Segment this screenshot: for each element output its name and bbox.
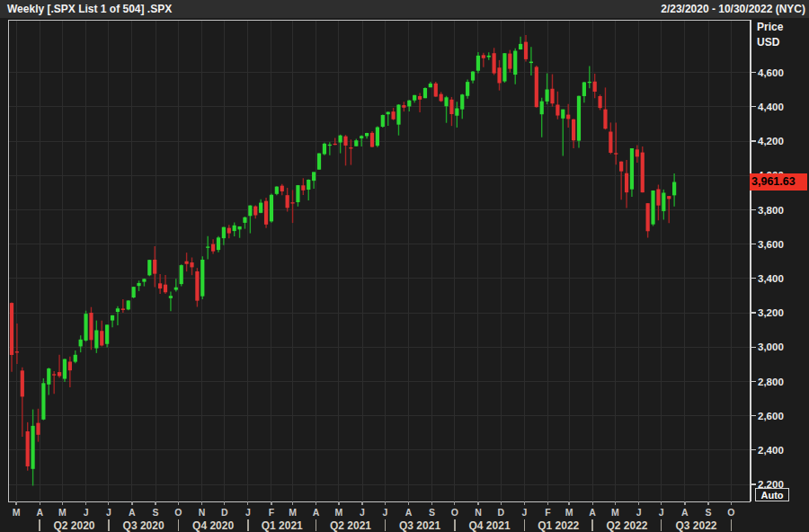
quarter-label: Q4 2021 [469,519,511,532]
price-tick-label: 3,000 [758,341,784,352]
candles [10,35,676,486]
price-tick-label: 4,600 [758,67,784,78]
month-tick-label: N [199,507,206,518]
quarter-label: Q1 2021 [262,519,303,532]
month-tick-label: J [360,507,365,518]
month-tick-label: J [106,507,111,518]
price-axis-unit: USD [757,36,807,49]
month-tick-label: J [659,507,664,518]
last-price-flag: 3,961.63 [750,173,807,191]
month-tick-label: D [221,507,228,518]
chart-window: Weekly [.SPX List 1 of 504] .SPX 2/23/20… [0,0,809,532]
price-tick-label: 2,600 [758,411,784,421]
month-tick-label: M [611,507,619,518]
month-tick-label: J [521,507,527,518]
month-tick-label: J [84,507,89,518]
month-tick-label: J [245,507,251,518]
month-tick-label: A [589,507,596,518]
price-tick-label: 4,400 [758,102,784,112]
month-tick-label: F [545,507,551,518]
month-tick-label: A [36,507,43,518]
month-tick-label: S [706,507,712,518]
month-tick-label: M [335,507,343,518]
month-tick-label: D [497,507,504,518]
month-tick-label: O [174,507,182,518]
quarter-label: Q3 2022 [676,519,717,532]
month-tick-label: A [313,507,320,518]
price-tick-label: 3,600 [758,239,784,250]
month-tick-label: M [565,507,573,518]
month-tick-label: A [405,507,413,518]
price-tick-label: 3,200 [758,307,784,318]
price-tick-label: 4,200 [758,136,784,146]
month-tick-label: S [429,507,435,518]
month-tick-label: O [451,507,458,518]
price-tick-label: 2,400 [758,445,784,456]
quarter-label: Q2 2020 [54,519,95,532]
month-tick-label: M [289,507,297,518]
price-tick-label: 3,400 [758,273,784,284]
month-tick-label: M [13,507,21,518]
month-tick-label: M [58,507,67,518]
month-tick-label: J [382,507,387,518]
price-tick-label: 3,800 [758,205,784,216]
month-tick-label: A [129,507,136,518]
month-tick-label: N [475,507,482,518]
quarter-label: Q2 2021 [330,519,371,532]
month-tick-label: A [681,507,689,518]
month-tick-label: F [269,507,275,518]
month-tick-label: O [727,507,734,518]
quarter-label: Q4 2020 [192,519,234,532]
quarter-label: Q3 2020 [123,519,164,532]
quarter-label: Q3 2021 [399,519,440,532]
quarter-label: Q1 2022 [538,519,579,532]
quarter-label: Q2 2022 [606,519,647,532]
auto-scale-button[interactable]: Auto [755,488,789,501]
candlestick-chart[interactable]: 2,2002,4002,6002,8003,0003,2003,4003,600… [0,0,809,532]
month-tick-label: J [636,507,642,518]
price-axis-title: Price [757,21,807,33]
month-tick-label: S [153,507,159,518]
price-tick-label: 2,800 [758,377,784,387]
